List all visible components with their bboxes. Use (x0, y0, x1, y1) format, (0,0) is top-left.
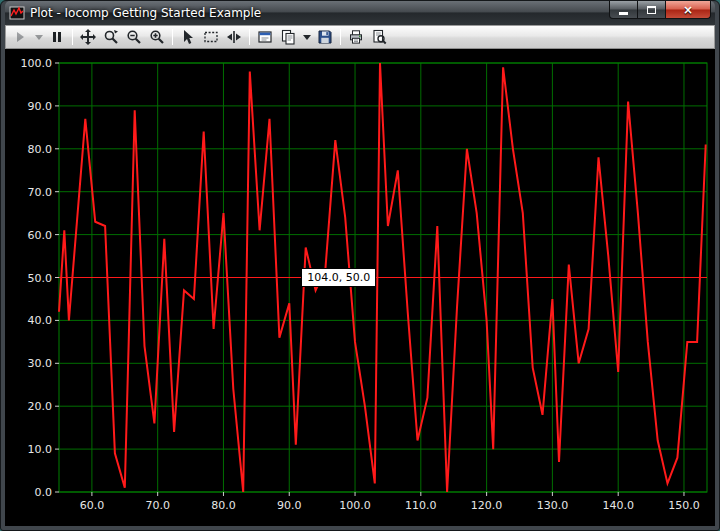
svg-text:70.0: 70.0 (28, 186, 53, 199)
plot-toolbar (5, 25, 715, 49)
minimize-button[interactable] (609, 1, 638, 19)
svg-text:110.0: 110.0 (405, 499, 437, 512)
svg-text:70.0: 70.0 (145, 499, 170, 512)
close-icon: × (683, 4, 693, 16)
maximize-button[interactable] (638, 1, 666, 19)
pointer-icon (180, 29, 196, 45)
chevron-down-icon (35, 33, 43, 41)
svg-text:130.0: 130.0 (537, 499, 569, 512)
axes-fit-icon (226, 29, 242, 45)
svg-text:90.0: 90.0 (277, 499, 302, 512)
pause-button[interactable] (46, 27, 68, 47)
copy-icon (280, 29, 296, 45)
svg-text:10.0: 10.0 (28, 443, 53, 456)
svg-text:60.0: 60.0 (80, 499, 105, 512)
svg-text:40.0: 40.0 (28, 314, 53, 327)
toolbar-separator (172, 29, 173, 45)
play-icon (12, 29, 28, 45)
pan-button[interactable] (77, 27, 99, 47)
cursor-tooltip: 104.0, 50.0 (301, 268, 376, 287)
pause-icon (49, 29, 65, 45)
print-icon (348, 29, 364, 45)
zoom-cursor-icon (103, 29, 119, 45)
save-button[interactable] (314, 27, 336, 47)
app-icon (9, 5, 25, 21)
play-dropdown[interactable] (32, 27, 45, 47)
chevron-down-icon (303, 33, 311, 41)
zoom-out-button[interactable] (123, 27, 145, 47)
fit-axes-button[interactable] (223, 27, 245, 47)
close-button[interactable]: × (666, 1, 711, 19)
zoom-box-button[interactable] (200, 27, 222, 47)
zoom-tool-button[interactable] (100, 27, 122, 47)
zoom-in-button[interactable] (146, 27, 168, 47)
svg-text:140.0: 140.0 (602, 499, 634, 512)
svg-text:60.0: 60.0 (28, 229, 53, 242)
minimize-icon (619, 12, 628, 15)
toolbar-separator (249, 29, 250, 45)
plot-canvas[interactable]: 60.070.080.090.0100.0110.0120.0130.0140.… (5, 49, 715, 526)
play-button[interactable] (9, 27, 31, 47)
toolbar-separator (72, 29, 73, 45)
svg-text:20.0: 20.0 (28, 400, 53, 413)
maximize-icon (647, 6, 656, 14)
svg-text:150.0: 150.0 (668, 499, 700, 512)
print-preview-button[interactable] (368, 27, 390, 47)
svg-text:80.0: 80.0 (28, 143, 53, 156)
move-arrows-icon (80, 29, 96, 45)
svg-text:120.0: 120.0 (471, 499, 503, 512)
svg-text:50.0: 50.0 (28, 272, 53, 285)
window-controls: × (609, 1, 711, 19)
print-preview-icon (371, 29, 387, 45)
select-button[interactable] (177, 27, 199, 47)
svg-text:90.0: 90.0 (28, 100, 53, 113)
app-window: Plot - Iocomp Getting Started Example × (0, 0, 720, 531)
zoom-in-icon (149, 29, 165, 45)
svg-text:0.0: 0.0 (35, 486, 53, 499)
svg-text:80.0: 80.0 (211, 499, 236, 512)
copy-dropdown[interactable] (300, 27, 313, 47)
toolbar-separator (340, 29, 341, 45)
copy-button[interactable] (277, 27, 299, 47)
zoom-out-icon (126, 29, 142, 45)
properties-icon (257, 29, 273, 45)
title-bar[interactable]: Plot - Iocomp Getting Started Example × (5, 1, 715, 25)
print-button[interactable] (345, 27, 367, 47)
svg-text:100.0: 100.0 (21, 57, 53, 70)
plot-area[interactable]: 60.070.080.090.0100.0110.0120.0130.0140.… (5, 49, 715, 526)
save-icon (317, 29, 333, 45)
properties-button[interactable] (254, 27, 276, 47)
svg-text:100.0: 100.0 (339, 499, 371, 512)
dashed-rect-icon (203, 29, 219, 45)
svg-text:30.0: 30.0 (28, 357, 53, 370)
window-title: Plot - Iocomp Getting Started Example (30, 6, 261, 20)
